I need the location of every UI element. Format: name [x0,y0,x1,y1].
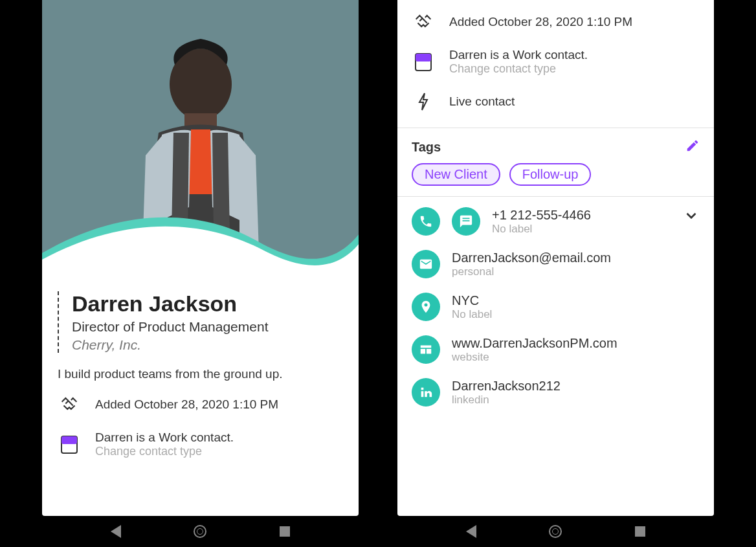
phone-row[interactable]: +1 212-555-4466 No label [412,207,700,236]
card-stack-icon [412,50,435,74]
tag-new-client[interactable]: New Client [412,163,500,186]
email-value: DarrenJackson@email.com [452,251,611,265]
contact-details-screen: Added October 28, 2020 1:10 PM Darren is… [397,0,714,516]
change-contact-type-link[interactable]: Change contact type [95,445,234,458]
divider [397,196,714,197]
android-navbar-left [42,516,359,547]
website-label: website [452,351,617,364]
profile-bio: I build product teams from the ground up… [58,367,343,381]
hero-wave [42,201,359,278]
contact-type-text-right: Darren is a Work contact. [449,48,588,62]
android-navbar-right [397,516,714,547]
edit-tags-button[interactable] [685,139,700,155]
phone-right: Added October 28, 2020 1:10 PM Darren is… [397,0,714,547]
tag-follow-up[interactable]: Follow-up [509,163,592,186]
linkedin-row[interactable]: DarrenJackson212 linkedin [412,378,700,407]
phone-left: Darren Jackson Director of Product Manag… [42,0,359,547]
contact-type-row-right[interactable]: Darren is a Work contact. Change contact… [412,48,700,76]
profile-hero [42,0,359,278]
email-icon[interactable] [412,250,440,278]
location-row[interactable]: NYC No label [412,293,700,321]
nav-home-icon[interactable] [549,525,562,538]
divider [397,128,714,128]
contact-type-text: Darren is a Work contact. [95,430,234,445]
website-row[interactable]: www.DarrenJacksonPM.com website [412,335,700,364]
handshake-icon [58,393,81,416]
svg-rect-6 [416,54,431,61]
nav-recent-icon[interactable] [635,526,645,537]
name-block: Darren Jackson Director of Product Manag… [58,291,343,353]
nav-home-icon[interactable] [194,525,206,538]
linkedin-label: linkedin [452,394,561,407]
lightning-icon [412,90,435,113]
phone-value: +1 212-555-4466 [492,208,591,223]
handshake-icon [412,10,435,34]
website-value: www.DarrenJacksonPM.com [452,336,617,351]
added-row: Added October 28, 2020 1:10 PM [58,393,343,416]
location-value: NYC [452,293,492,308]
profile-title: Director of Product Management [72,319,343,335]
change-contact-type-link-right[interactable]: Change contact type [449,62,588,76]
chevron-down-icon[interactable] [683,207,700,227]
contact-type-row[interactable]: Darren is a Work contact. Change contact… [58,430,343,458]
message-icon[interactable] [452,207,480,236]
card-stack-icon [58,433,81,456]
location-icon[interactable] [412,293,440,321]
location-label: No label [452,308,492,321]
phone-label: No label [492,223,591,236]
profile-name: Darren Jackson [72,291,343,317]
added-row-right: Added October 28, 2020 1:10 PM [412,10,700,34]
added-text: Added October 28, 2020 1:10 PM [95,397,278,412]
live-contact-row: Live contact [412,90,700,113]
nav-recent-icon[interactable] [280,526,290,537]
phone-icon[interactable] [412,207,440,236]
svg-rect-4 [61,436,77,444]
nav-back-icon[interactable] [111,525,121,538]
tags-row: New Client Follow-up [412,163,700,186]
profile-card-screen: Darren Jackson Director of Product Manag… [42,0,359,516]
email-row[interactable]: DarrenJackson@email.com personal [412,250,700,278]
linkedin-value: DarrenJackson212 [452,379,561,394]
email-label: personal [452,265,611,278]
tags-header: Tags [412,140,441,155]
profile-company: Cherry, Inc. [72,337,343,353]
added-text-right: Added October 28, 2020 1:10 PM [449,15,632,29]
live-contact-text: Live contact [449,95,515,109]
nav-back-icon[interactable] [466,525,476,538]
website-icon[interactable] [412,335,440,364]
linkedin-icon[interactable] [412,378,440,407]
